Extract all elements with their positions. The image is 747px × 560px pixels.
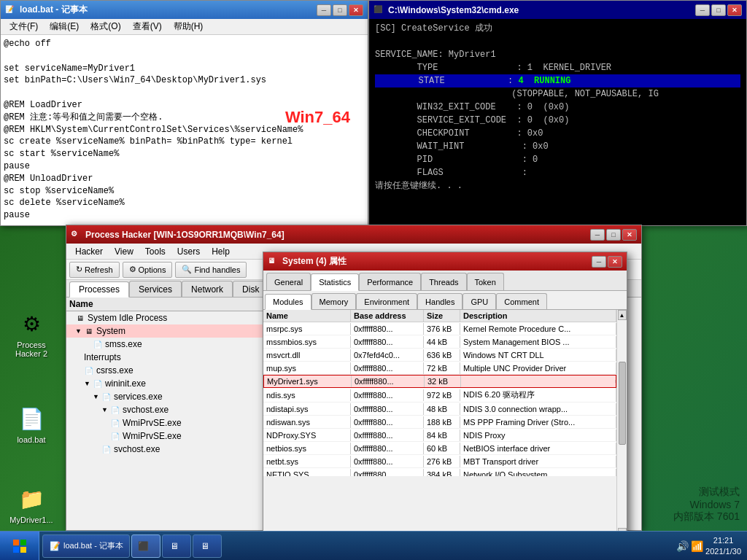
mod-name-netbios: netbios.sys bbox=[263, 443, 351, 454]
ph-menu-tools[interactable]: Tools bbox=[139, 245, 171, 258]
mod-name-mssmbios: mssmbios.sys bbox=[263, 336, 351, 348]
expand-svchost640[interactable]: ▼ bbox=[101, 406, 108, 413]
taskbar-explorer-icon: 🖥 bbox=[199, 540, 211, 552]
sys-subtab-environment[interactable]: Environment bbox=[356, 293, 417, 309]
maximize-button[interactable]: □ bbox=[333, 4, 347, 16]
menu-file[interactable]: 文件(F) bbox=[4, 19, 44, 34]
process-name-wmiprvse1240: 📄 WmiPrvSE.exe bbox=[66, 417, 292, 429]
speaker-icon[interactable]: 🔊 bbox=[676, 540, 688, 552]
notepad-titlebar[interactable]: 📝 load.bat - 记事本 ─ □ ✕ bbox=[1, 1, 368, 19]
ph-menu-view[interactable]: View bbox=[109, 245, 139, 258]
mod-name-netbt: netbt.sys bbox=[263, 456, 351, 467]
sys-subtabs: Modules Memory Environment Handles GPU C… bbox=[263, 291, 627, 310]
mod-size-ndis: 972 kB bbox=[424, 389, 460, 401]
expand-system[interactable]: ▼ bbox=[75, 327, 82, 335]
sys-subtab-gpu[interactable]: GPU bbox=[462, 293, 496, 309]
mod-base-mup: 0xfffff880... bbox=[351, 362, 424, 374]
ph-menu-hacker[interactable]: Hacker bbox=[69, 245, 109, 258]
menu-edit[interactable]: 编辑(E) bbox=[44, 19, 85, 34]
find-handles-button[interactable]: 🔍 Find handles bbox=[175, 262, 247, 278]
row-msrpc[interactable]: msrpc.sys 0xfffff880... 376 kB Kernel Re… bbox=[263, 322, 616, 335]
taskbar-item-ph[interactable]: 🖥 bbox=[162, 534, 191, 558]
row-mydriver1[interactable]: MyDriver1.sys 0xfffff880... 32 kB bbox=[263, 375, 616, 388]
taskbar-item-explorer[interactable]: 🖥 bbox=[193, 534, 222, 558]
scroll-thumb[interactable] bbox=[619, 362, 626, 445]
cmd-titlebar[interactable]: ⬛ C:\Windows\System32\cmd.exe ─ □ ✕ bbox=[369, 1, 746, 19]
taskbar-item-cmd[interactable]: ⬛ bbox=[131, 534, 160, 558]
menu-help[interactable]: 帮助(H) bbox=[168, 19, 209, 34]
cmd-maximize-button[interactable]: □ bbox=[711, 4, 726, 16]
sys-titlebar[interactable]: 🖥 System (4) 属性 ─ ✕ bbox=[263, 252, 627, 271]
start-button[interactable] bbox=[0, 532, 39, 561]
row-mssmbios[interactable]: mssmbios.sys 0xfffff880... 44 kB System … bbox=[263, 335, 616, 349]
cmd-minimize-button[interactable]: ─ bbox=[695, 4, 710, 16]
col-header-name: Name bbox=[263, 310, 351, 322]
taskbar: 📝 load.bat - 记事本 ⬛ 🖥 🖥 🔊 📶 21:21 2021/1/… bbox=[0, 531, 747, 560]
sys-minimize-button[interactable]: ─ bbox=[592, 256, 606, 268]
expand-wininit[interactable]: ▼ bbox=[84, 380, 90, 387]
desktop-icon-process-hacker[interactable]: ⚙ Process Hacker 2 bbox=[6, 306, 57, 361]
code-line-2 bbox=[4, 50, 365, 63]
mod-base-netbios: 0xfffff880... bbox=[351, 443, 424, 454]
sys-close-button[interactable]: ✕ bbox=[608, 256, 622, 268]
process-name-system: ▼ 🖥 System bbox=[66, 325, 292, 337]
notepad-content[interactable]: @echo off set serviceName=MyDriver1 set … bbox=[1, 35, 368, 225]
cmd-icon: ⬛ bbox=[374, 5, 384, 15]
tab-processes[interactable]: Processes bbox=[69, 281, 129, 298]
sys-subtab-memory[interactable]: Memory bbox=[311, 293, 357, 309]
sys-subtab-comment[interactable]: Comment bbox=[496, 293, 547, 309]
refresh-button[interactable]: ↻ Refresh bbox=[69, 262, 120, 278]
menu-view[interactable]: 查看(V) bbox=[127, 19, 168, 34]
taskbar-notepad-label: load.bat - 记事本 bbox=[63, 540, 123, 551]
sys-tab-statistics[interactable]: Statistics bbox=[311, 273, 359, 291]
sys-tab-token[interactable]: Token bbox=[467, 273, 504, 290]
row-ndproxy[interactable]: NDProxy.SYS 0xfffff880... 84 kB NDIS Pro… bbox=[263, 429, 616, 442]
mod-size-mup: 72 kB bbox=[424, 362, 460, 374]
ph-menu-users[interactable]: Users bbox=[171, 245, 206, 258]
cmd-line-waithint: WAIT_HINT : 0x0 bbox=[375, 140, 740, 153]
mod-size-netio: 384 kB bbox=[424, 469, 460, 477]
ph-minimize-button[interactable]: ─ bbox=[590, 229, 605, 241]
network-icon[interactable]: 📶 bbox=[691, 540, 703, 552]
process-name-wininit: ▼ 📄 wininit.exe bbox=[66, 378, 292, 389]
code-line-9: sc create %serviceName% binPath= %binPat… bbox=[4, 136, 365, 148]
row-mup[interactable]: mup.sys 0xfffff880... 72 kB Multiple UNC… bbox=[263, 362, 616, 375]
cmd-line-svcname: SERVICE_NAME: MyDriver1 bbox=[375, 48, 740, 61]
sys-subtab-modules[interactable]: Modules bbox=[265, 294, 311, 310]
expand-services[interactable]: ▼ bbox=[93, 393, 99, 400]
row-ndis[interactable]: ndis.sys 0xfffff880... 972 kB NDIS 6.20 … bbox=[263, 388, 616, 402]
ph-titlebar[interactable]: ⚙ Process Hacker [WIN-1OS9ORR1MQB\Win7_6… bbox=[66, 225, 641, 244]
sys-tab-threads[interactable]: Threads bbox=[421, 273, 466, 290]
tab-network[interactable]: Network bbox=[182, 281, 233, 297]
sys-title: System (4) 属性 bbox=[282, 255, 592, 268]
process-name-wmiprvse2404: 📄 WmiPrvSE.exe bbox=[66, 430, 292, 442]
row-netbt[interactable]: netbt.sys 0xfffff880... 276 kB MBT Trans… bbox=[263, 455, 616, 468]
ph-close-button[interactable]: ✕ bbox=[622, 229, 637, 241]
row-netio[interactable]: NETIO.SYS 0xfffff880... 384 kB Network I… bbox=[263, 468, 616, 476]
mod-name-msvcrt: msvcrt.dll bbox=[263, 349, 351, 361]
menu-format[interactable]: 格式(O) bbox=[85, 19, 126, 34]
taskbar-item-notepad[interactable]: 📝 load.bat - 记事本 bbox=[42, 534, 130, 558]
desktop-icon-loadbat[interactable]: 📄 load.bat bbox=[6, 401, 57, 447]
row-ndiswan[interactable]: ndiswan.sys 0xfffff880... 188 kB MS PPP … bbox=[263, 416, 616, 429]
row-netbios[interactable]: netbios.sys 0xfffff880... 60 kB NetBIOS … bbox=[263, 442, 616, 455]
tab-services[interactable]: Services bbox=[129, 281, 182, 297]
cmd-close-button[interactable]: ✕ bbox=[727, 4, 742, 16]
ph-restore-button[interactable]: □ bbox=[606, 229, 621, 241]
idle-icon: 🖥 bbox=[75, 313, 85, 323]
options-button[interactable]: ⚙ Options bbox=[123, 262, 173, 278]
desktop-icon-mydriver[interactable]: 📁 MyDriver1... bbox=[6, 481, 57, 527]
row-msvcrt[interactable]: msvcrt.dll 0x7fefd4c0... 636 kB Windows … bbox=[263, 349, 616, 362]
clock[interactable]: 21:21 2021/1/30 bbox=[705, 535, 741, 556]
minimize-button[interactable]: ─ bbox=[317, 4, 331, 16]
sys-controls: ─ ✕ bbox=[592, 256, 622, 268]
sys-subtab-handles[interactable]: Handles bbox=[417, 293, 462, 309]
sys-tab-performance[interactable]: Performance bbox=[359, 273, 421, 290]
ph-menu-help[interactable]: Help bbox=[206, 245, 236, 258]
close-button[interactable]: ✕ bbox=[349, 4, 363, 16]
mod-size-ndiswan: 188 kB bbox=[424, 416, 460, 428]
row-ndistapi[interactable]: ndistapi.sys 0xfffff880... 48 kB NDIS 3.… bbox=[263, 402, 616, 416]
sys-tab-general[interactable]: General bbox=[266, 273, 311, 290]
scroll-up-button[interactable]: ▲ bbox=[618, 310, 627, 320]
sys-scrollbar[interactable]: ▲ ▼ bbox=[616, 310, 627, 538]
